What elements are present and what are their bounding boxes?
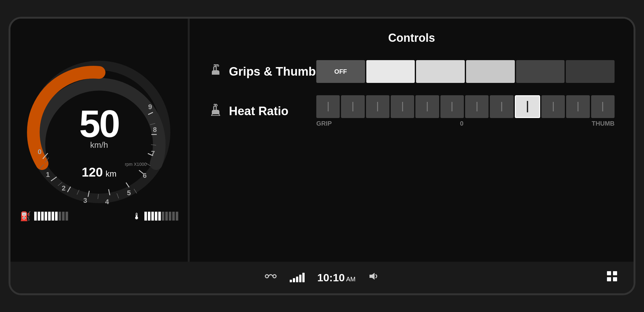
temp-bar-4 (155, 212, 157, 221)
sig-bar-1 (290, 280, 292, 282)
left-panel: 0 1 2 3 4 5 6 7 8 9 (10, 19, 188, 262)
heat-btn-1[interactable] (366, 60, 415, 83)
svg-rect-37 (613, 277, 617, 281)
fuel-bar-9 (62, 212, 65, 221)
distance-unit: km (105, 169, 117, 178)
distance-display: 120 km (82, 165, 117, 179)
ratio-seg-9[interactable] (515, 95, 540, 118)
temp-bar-3 (151, 212, 154, 221)
svg-text:8: 8 (153, 126, 157, 134)
fuel-bars (34, 212, 68, 221)
heat-ratio-widget: GRIP 0 THUMB (316, 95, 615, 127)
svg-rect-35 (613, 271, 617, 275)
ratio-seg-1[interactable] (316, 95, 340, 118)
heat-ratio-label: Heat Ratio (229, 104, 288, 118)
fuel-bar-1 (34, 212, 37, 221)
temp-bar-2 (148, 212, 150, 221)
speed-display: 50 km/h (79, 105, 119, 150)
grips-icon (209, 63, 223, 80)
svg-rect-34 (607, 271, 611, 275)
svg-text:1: 1 (46, 171, 50, 178)
time-value: 10:10 (317, 271, 345, 284)
main-content: 0 1 2 3 4 5 6 7 8 9 (10, 19, 634, 262)
main-shell: 0 1 2 3 4 5 6 7 8 9 (9, 17, 635, 295)
heat-btn-3[interactable] (466, 60, 515, 83)
ratio-seg-7[interactable] (465, 95, 489, 118)
ratio-seg-4[interactable] (391, 95, 414, 118)
ratio-seg-3[interactable] (366, 95, 389, 118)
fuel-bar-2 (38, 212, 40, 221)
svg-text:4: 4 (105, 198, 109, 205)
temp-bar-5 (158, 212, 161, 221)
speedometer: 0 1 2 3 4 5 6 7 8 9 (26, 59, 172, 205)
svg-line-6 (126, 183, 129, 187)
route-icon[interactable] (264, 271, 277, 284)
center-label: 0 (460, 120, 464, 127)
svg-point-32 (273, 275, 276, 278)
heat-btn-off[interactable]: OFF (316, 60, 365, 83)
controls-title: Controls (209, 31, 615, 45)
time-display: 10:10AM (317, 271, 356, 284)
fuel-bar-7 (55, 212, 58, 221)
am-pm: AM (346, 276, 356, 283)
rpm-label: rpm X1000 (125, 162, 147, 167)
fuel-bar-3 (41, 212, 44, 221)
right-panel: Controls Grips & Thumb (190, 19, 634, 262)
volume-icon[interactable] (368, 271, 380, 284)
fuel-bar-4 (45, 212, 47, 221)
temp-bar-10 (176, 212, 178, 221)
bottom-bar: 10:10AM (10, 262, 634, 293)
speed-value: 50 (79, 105, 119, 143)
sig-bar-3 (296, 277, 298, 282)
temp-icon: 🌡 (132, 211, 141, 222)
svg-text:9: 9 (148, 103, 152, 111)
svg-point-31 (265, 275, 268, 278)
heat-ratio-label-area: Heat Ratio (209, 103, 316, 120)
svg-text:6: 6 (143, 172, 147, 179)
ratio-labels: GRIP 0 THUMB (316, 120, 615, 127)
svg-rect-36 (607, 277, 611, 281)
distance-value: 120 (82, 165, 103, 179)
ratio-seg-5[interactable] (415, 95, 439, 118)
ratio-seg-6[interactable] (440, 95, 464, 118)
temp-bar-8 (169, 212, 171, 221)
fuel-bar-5 (48, 212, 51, 221)
svg-text:2: 2 (62, 184, 66, 192)
temp-bar-1 (144, 212, 147, 221)
fuel-bar-8 (59, 212, 61, 221)
temp-gauge: 🌡 (132, 211, 178, 222)
svg-text:5: 5 (127, 189, 131, 197)
bottom-gauges: ⛽ 🌡 (17, 211, 181, 222)
svg-text:0: 0 (38, 148, 41, 156)
temp-bar-9 (172, 212, 175, 221)
heat-btn-2[interactable] (416, 60, 465, 83)
ratio-track[interactable] (316, 95, 615, 118)
fuel-bar-6 (52, 212, 54, 221)
ratio-seg-12[interactable] (591, 95, 615, 118)
fuel-gauge: ⛽ (20, 211, 68, 222)
temp-bar-6 (162, 212, 164, 221)
ratio-seg-10[interactable] (541, 95, 565, 118)
thumb-label: THUMB (592, 120, 615, 127)
temp-bars (144, 212, 178, 221)
ratio-seg-11[interactable] (566, 95, 590, 118)
heat-ratio-icon (209, 103, 223, 120)
grips-row: Grips & Thumb OFF (209, 57, 615, 86)
signal-bars (290, 273, 305, 282)
sig-bar-4 (299, 275, 301, 282)
fuel-icon: ⛽ (20, 211, 31, 222)
svg-text:3: 3 (83, 197, 87, 204)
ratio-seg-8[interactable] (490, 95, 513, 118)
temp-bar-7 (165, 212, 168, 221)
heat-btn-4[interactable] (516, 60, 565, 83)
svg-marker-33 (369, 273, 375, 280)
grip-label: GRIP (316, 120, 332, 127)
fuel-bar-10 (66, 212, 68, 221)
ratio-seg-2[interactable] (341, 95, 364, 118)
grid-icon[interactable] (606, 271, 618, 285)
grips-label-area: Grips & Thumb (209, 63, 316, 80)
heat-btn-5[interactable] (566, 60, 615, 83)
grips-buttons: OFF (316, 60, 615, 83)
grips-label: Grips & Thumb (229, 65, 316, 78)
sig-bar-2 (293, 278, 295, 282)
